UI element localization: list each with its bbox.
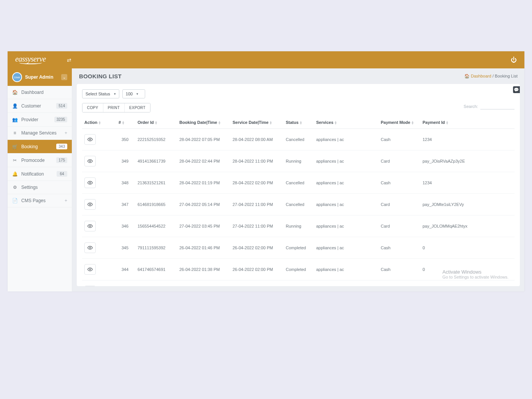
view-button[interactable] [84,134,96,145]
row-number: 349 [116,150,135,172]
row-number: 343 [116,280,135,286]
sidebar-badge: 3235 [54,117,67,122]
status: Completed [283,259,314,280]
service-datetime: 28-04-2022 02:00 PM [230,172,283,194]
sidebar-item-label: Provider [21,117,38,122]
brand-logo: eassyserve [15,55,46,65]
power-icon[interactable]: ⏻ [511,57,517,63]
table-row: 35022215251935228-04-2022 07:05 PM28-04-… [82,129,515,150]
sidebar-badge: 175 [56,157,67,163]
order-id: 156554454522 [135,215,177,237]
svg-point-1 [89,160,91,162]
order-id: 614681918665 [135,194,177,215]
sidebar-item-settings[interactable]: ⚙Settings [8,181,72,194]
column-status[interactable]: Status▲▼ [283,116,314,129]
view-button[interactable] [84,286,96,286]
payment-id: pay_JOLOMMqAE2htyx [420,215,515,237]
page-header: BOOKING LIST 🏠 Dashboard / Booking List [72,68,524,84]
sidebar: User Super Admin ⌄ 🏠Dashboard👤Customer51… [8,68,72,291]
column-payment-id[interactable]: Payment Id▲▼ [420,116,515,129]
sort-icon: ▲▼ [155,121,158,125]
services: appliances | ac [314,172,378,194]
user-block[interactable]: User Super Admin ⌄ [8,68,72,86]
status: Completed [283,280,314,286]
sidebar-item-notification[interactable]: 🔔Notification64 [8,167,72,181]
payment-id: 1234 [420,129,515,150]
copy-button[interactable]: COPY [82,103,103,112]
payment-id: pay_JOMte1siLY2EVy [420,194,515,215]
payment-id: 0 [420,237,515,259]
table-row: 34464174657469126-04-2022 01:38 PM26-04-… [82,259,515,280]
user-role: Super Admin [25,74,58,80]
table-row: 34821363152126128-04-2022 01:19 PM28-04-… [82,172,515,194]
svg-point-2 [89,182,91,184]
users-icon: 👥 [12,117,17,122]
export-button-group: COPYPRINTEXPORT [82,103,150,112]
sidebar-badge: 514 [56,103,67,109]
order-id: 791111595392 [135,237,177,259]
service-datetime: 28-04-2022 11:00 PM [230,150,283,172]
chat-icon[interactable]: 💬 [513,86,520,93]
chevron-down-icon[interactable]: ⌄ [61,74,67,80]
refresh-icon[interactable]: ⇄ [67,57,71,63]
svg-point-4 [89,225,91,227]
sidebar-item-cms-pages[interactable]: 📄CMS Pages+ [8,194,72,207]
export-button[interactable]: EXPORT [124,103,150,112]
column-service-date-time[interactable]: Service Date|Time▲▼ [230,116,283,129]
sidebar-item-label: Settings [21,185,38,190]
view-button[interactable] [84,264,96,275]
order-id: 222152519352 [135,129,177,150]
services: appliances | ac [314,194,378,215]
page-size-select[interactable]: 100 [122,89,145,98]
services: appliances | ac [314,237,378,259]
column-booking-date-time[interactable]: Booking Date|Time▲▼ [177,116,230,129]
sort-icon: ▲▼ [98,121,101,125]
sidebar-item-label: Notification [21,171,44,177]
svg-point-6 [89,269,91,270]
view-button[interactable] [84,221,96,231]
expand-icon[interactable]: + [65,130,67,136]
row-number: 345 [116,237,135,259]
column--[interactable]: #▲▼ [116,116,135,129]
row-number: 348 [116,172,135,194]
sidebar-item-booking[interactable]: 🛒Booking343 [8,140,72,154]
cart-icon: 🛒 [12,144,17,149]
view-button[interactable] [84,199,96,210]
payment-mode: Card [378,215,420,237]
column-action[interactable]: Action▲▼ [82,116,116,129]
app-window: eassyserve ⇄ ⏻ User Super Admin ⌄ 🏠Dashb… [8,51,524,291]
status-select[interactable]: Select Status [82,89,119,98]
sidebar-item-customer[interactable]: 👤Customer514 [8,99,72,113]
search-label: Search: [464,104,478,109]
order-id: 114444644465 [135,280,177,286]
search-input[interactable] [480,103,515,109]
view-button[interactable] [84,156,96,166]
sidebar-item-provider[interactable]: 👥Provider3235 [8,113,72,127]
view-button[interactable] [84,177,96,188]
order-id: 491413661739 [135,150,177,172]
sort-icon: ▲▼ [446,121,449,125]
sidebar-item-label: Dashboard [21,90,44,95]
service-datetime: 27-04-2022 11:00 PM [230,194,283,215]
payment-mode: Card [378,150,420,172]
svg-point-0 [89,139,91,140]
service-datetime: 27-04-2022 11:00 PM [230,215,283,237]
table-row: 34761468191866527-04-2022 05:14 PM27-04-… [82,194,515,215]
services: appliances | ac [314,259,378,280]
column-services[interactable]: Services▲▼ [314,116,378,129]
expand-icon[interactable]: + [65,198,67,203]
sidebar-item-label: Customer [21,103,41,109]
sidebar-item-promocode[interactable]: ✂Promocode175 [8,154,72,167]
view-button[interactable] [84,242,96,253]
sort-icon: ▲▼ [299,121,302,125]
home-icon: 🏠 [464,74,471,78]
sidebar-item-label: Booking [21,144,38,149]
column-order-id[interactable]: Order Id▲▼ [135,116,177,129]
column-payment-mode[interactable]: Payment Mode▲▼ [378,116,420,129]
print-button[interactable]: PRINT [103,103,125,112]
sidebar-item-manage-services[interactable]: ≡Manage Services+ [8,127,72,140]
page-title: BOOKING LIST [79,73,122,79]
sidebar-item-dashboard[interactable]: 🏠Dashboard [8,86,72,99]
table-body: 35022215251935228-04-2022 07:05 PM28-04-… [82,129,515,286]
breadcrumb-home[interactable]: Dashboard [471,74,491,78]
